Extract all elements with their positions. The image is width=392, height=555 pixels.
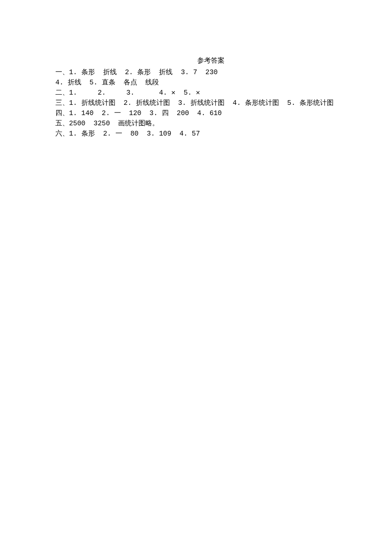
section-1-line-2: 4. 折线 5. 直条 各点 线段 [55,78,366,88]
answer-key-title: 参考答案 [55,55,366,66]
section-2-line: 二、1. 2. 3. 4. ✕ 5. ✕ [55,88,366,98]
section-6-line: 六、1. 条形 2. 一 80 3. 109 4. 57 [55,129,366,139]
section-3-line: 三、1. 折线统计图 2. 折线统计图 3. 折线统计图 4. 条形统计图 5.… [55,98,366,108]
section-4-line: 四、1. 140 2. 一 120 3. 四 200 4. 610 [55,108,366,119]
section-5-line: 五、2500 3250 画统计图略。 [55,119,366,129]
section-1-line-1: 一、1. 条形 折线 2. 条形 折线 3. 7 230 [55,67,366,78]
